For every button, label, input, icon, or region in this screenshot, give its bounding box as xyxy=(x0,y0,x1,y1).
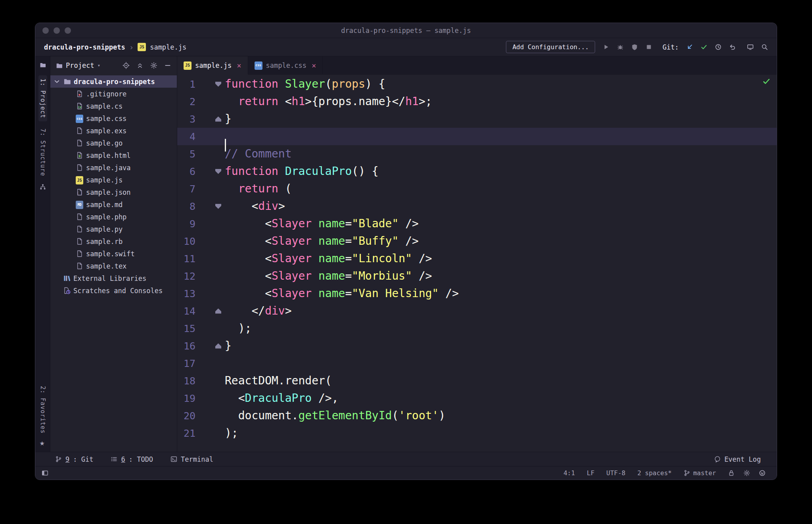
collapse-all-icon[interactable] xyxy=(136,62,144,69)
tree-item-external-libraries[interactable]: External Libraries xyxy=(50,272,177,284)
code-line-5[interactable]: 5// Comment xyxy=(177,145,777,163)
settings-gear-icon[interactable] xyxy=(150,62,157,69)
structure-icon[interactable] xyxy=(40,184,46,190)
locate-file-icon[interactable] xyxy=(123,62,130,69)
code-line-1[interactable]: 1function Slayer(props) { xyxy=(177,75,777,93)
run-with-coverage-icon[interactable] xyxy=(631,44,638,50)
favorites-star-icon[interactable]: ★ xyxy=(40,441,46,447)
tree-item-sample-php[interactable]: sample.php xyxy=(50,211,177,223)
caret-position-widget[interactable]: 4:1 xyxy=(563,469,575,477)
js-icon: JS xyxy=(76,176,83,184)
add-configuration-button[interactable]: Add Configuration... xyxy=(506,41,595,53)
code-line-19[interactable]: 19 <DraculaPro />, xyxy=(177,390,777,407)
line-separator-widget[interactable]: LF xyxy=(587,469,594,477)
tree-item-sample-css[interactable]: csssample.css xyxy=(50,112,177,125)
close-window-button[interactable] xyxy=(42,27,49,34)
tree-item-label: dracula-pro-snippets xyxy=(74,78,155,86)
toolwindow-button-structure[interactable]: 7: Structure xyxy=(39,129,46,176)
css-file-icon: css xyxy=(255,61,262,69)
code-line-20[interactable]: 20 document.getElementById('root') xyxy=(177,407,777,424)
terminal-toolwindow-button[interactable]: Terminal xyxy=(170,455,213,463)
tree-item-sample-json[interactable]: { }sample.json xyxy=(50,186,177,198)
git-toolwindow-button[interactable]: 9: Git xyxy=(55,455,93,463)
fold-down-icon[interactable] xyxy=(215,82,221,87)
fold-up-icon[interactable] xyxy=(215,117,221,122)
run-icon[interactable] xyxy=(603,44,609,50)
search-everywhere-icon[interactable] xyxy=(761,44,768,50)
encoding-widget[interactable]: UTF-8 xyxy=(606,469,625,477)
toolwindow-button-favorites[interactable]: 2: Favorites xyxy=(39,386,46,434)
update-project-icon[interactable] xyxy=(686,44,693,50)
tree-item-sample-html[interactable]: Hsample.html xyxy=(50,149,177,161)
tree-item-sample-exs[interactable]: sample.exs xyxy=(50,125,177,137)
file-icon xyxy=(76,250,83,257)
editor-tab-sample-js[interactable]: JSsample.js× xyxy=(177,56,248,74)
hide-panel-icon[interactable] xyxy=(164,62,171,69)
code-text: <Slayer name="Buffy" /> xyxy=(225,232,419,250)
tree-item-sample-rb[interactable]: sample.rb xyxy=(50,235,177,248)
toolwindow-button-project[interactable]: 1: Project xyxy=(38,75,47,121)
code-line-11[interactable]: 11 <Slayer name="Lincoln" /> xyxy=(177,250,777,267)
json-icon: { } xyxy=(76,188,83,196)
code-line-15[interactable]: 15 ); xyxy=(177,320,777,337)
event-log-button[interactable]: Event Log xyxy=(714,455,761,463)
close-tab-icon[interactable]: × xyxy=(237,61,241,70)
editor-tab-sample-css[interactable]: csssample.css× xyxy=(248,56,323,74)
fold-down-icon[interactable] xyxy=(215,169,221,174)
chevron-down-icon[interactable]: ▾ xyxy=(98,63,100,68)
code-line-3[interactable]: 3} xyxy=(177,110,777,128)
tree-item-sample-py[interactable]: sample.py xyxy=(50,223,177,235)
todo-toolwindow-button[interactable]: 6: TODO xyxy=(111,455,153,463)
tree-item-sample-cs[interactable]: C#sample.cs xyxy=(50,100,177,112)
breadcrumb-file[interactable]: sample.js xyxy=(150,43,186,51)
tree-item-sample-js[interactable]: JSsample.js xyxy=(50,174,177,186)
settings-sync-icon[interactable] xyxy=(743,470,750,476)
code-line-9[interactable]: 9 <Slayer name="Blade" /> xyxy=(177,215,777,232)
code-line-2[interactable]: 2 return <h1>{props.name}</h1>; xyxy=(177,93,777,110)
tree-item-gitignore[interactable]: .gitignore xyxy=(50,88,177,100)
branch-name: master xyxy=(693,469,716,477)
zoom-window-button[interactable] xyxy=(65,27,71,34)
code-line-4[interactable]: 4 xyxy=(177,128,777,145)
code-line-16[interactable]: 16} xyxy=(177,337,777,355)
rollback-icon[interactable] xyxy=(729,44,736,50)
monitor-icon[interactable] xyxy=(747,44,754,50)
close-tab-icon[interactable]: × xyxy=(312,61,316,70)
fold-up-icon[interactable] xyxy=(215,344,221,349)
code-line-6[interactable]: 6function DraculaPro() { xyxy=(177,163,777,180)
code-line-7[interactable]: 7 return ( xyxy=(177,180,777,198)
svg-text:H: H xyxy=(79,154,80,158)
code-line-12[interactable]: 12 <Slayer name="Morbius" /> xyxy=(177,267,777,285)
commit-icon[interactable] xyxy=(701,44,707,50)
code-line-18[interactable]: 18ReactDOM.render( xyxy=(177,372,777,390)
code-line-13[interactable]: 13 <Slayer name="Van Helsing" /> xyxy=(177,285,777,302)
git-branch-widget[interactable]: master xyxy=(684,469,716,477)
project-panel-title[interactable]: Project xyxy=(66,61,94,69)
stop-icon[interactable] xyxy=(645,44,652,50)
code-line-8[interactable]: 8 <div> xyxy=(177,198,777,215)
toolwindow-toggle-icon[interactable] xyxy=(42,470,48,476)
tree-item-sample-md[interactable]: MDsample.md xyxy=(50,198,177,211)
debug-icon[interactable] xyxy=(617,44,624,50)
inspections-status-icon[interactable] xyxy=(762,77,770,85)
code-line-14[interactable]: 14 </div> xyxy=(177,302,777,320)
tree-item-sample-swift[interactable]: sample.swift xyxy=(50,248,177,260)
tree-item-sample-java[interactable]: sample.java xyxy=(50,161,177,174)
tree-item-sample-tex[interactable]: sample.tex xyxy=(50,260,177,272)
indent-widget[interactable]: 2 spaces* xyxy=(638,469,672,477)
lock-icon[interactable] xyxy=(728,470,735,476)
tree-item-dracula-pro-snippets[interactable]: dracula-pro-snippets xyxy=(50,75,177,88)
history-icon[interactable] xyxy=(715,44,722,50)
code-line-17[interactable]: 17 xyxy=(177,355,777,372)
tree-item-scratches-and-consoles[interactable]: Scratches and Consoles xyxy=(50,284,177,297)
minimize-window-button[interactable] xyxy=(54,27,60,34)
code-line-21[interactable]: 21); xyxy=(177,424,777,442)
fold-down-icon[interactable] xyxy=(215,204,221,209)
fold-up-icon[interactable] xyxy=(215,309,221,314)
breadcrumb-project[interactable]: dracula-pro-snippets xyxy=(44,43,125,51)
tree-item-sample-go[interactable]: sample.go xyxy=(50,137,177,149)
code-line-10[interactable]: 10 <Slayer name="Buffy" /> xyxy=(177,232,777,250)
project-folder-icon[interactable] xyxy=(40,62,46,68)
dracula-face-icon[interactable] xyxy=(759,470,766,476)
code-editor[interactable]: 1function Slayer(props) {2 return <h1>{p… xyxy=(177,75,777,452)
